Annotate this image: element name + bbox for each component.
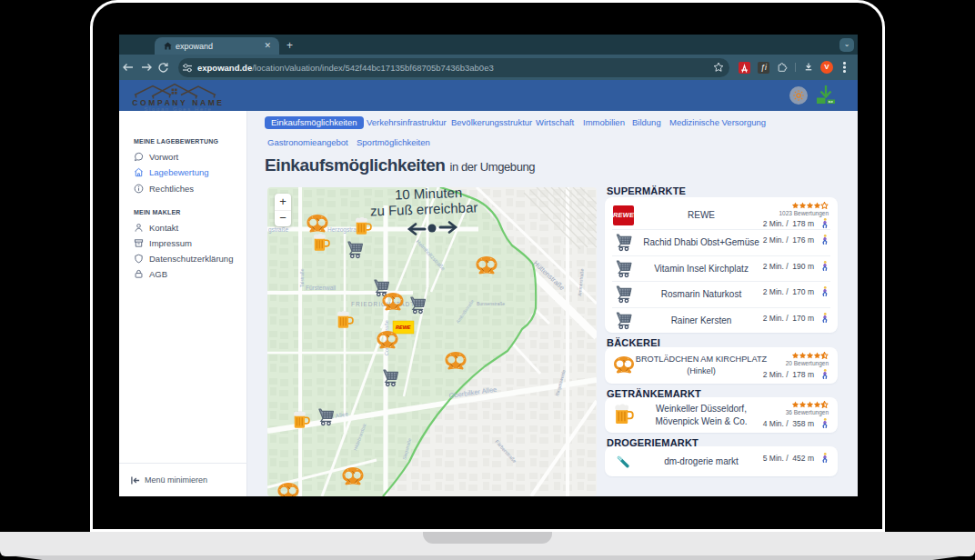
- svg-text:gstraße: gstraße: [268, 226, 288, 234]
- svg-text:Fürstenwall: Fürstenwall: [306, 285, 337, 291]
- svg-text:REWE: REWE: [396, 325, 411, 330]
- svg-text:Corneliusstraße: Corneliusstraße: [384, 320, 389, 355]
- svg-text:Bunsenstraße: Bunsenstraße: [477, 301, 505, 306]
- svg-text:Talstraße: Talstraße: [299, 268, 305, 287]
